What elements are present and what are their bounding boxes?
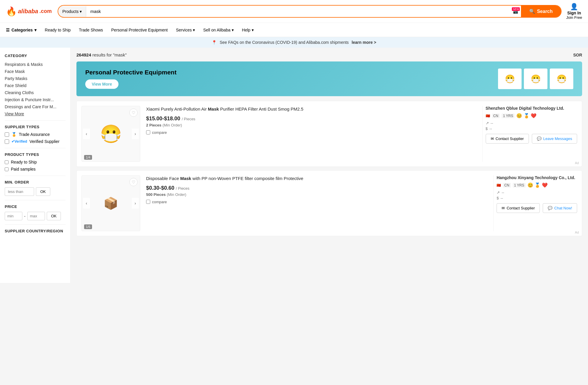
price-ok-button[interactable]: OK — [47, 212, 61, 220]
price-value: $15.00-$18.00 — [146, 116, 180, 121]
leave-message-button[interactable]: 💬 Leave Messages — [532, 134, 577, 144]
compare-checkbox[interactable] — [146, 130, 150, 134]
covid-banner: 📍 See FAQs on the Coronavirus (COVID-19)… — [0, 37, 588, 48]
share-icon: ↗ — [486, 121, 489, 125]
price-max-input[interactable] — [27, 212, 45, 220]
price-row: - OK — [5, 212, 66, 220]
learn-more-link[interactable]: learn more > — [352, 40, 376, 45]
image-prev-button[interactable]: ‹ — [83, 129, 90, 139]
verified-supplier-checkbox[interactable] — [5, 139, 9, 144]
supplier-stat2: $ -- — [497, 196, 577, 200]
wishlist-button[interactable]: ♡ — [129, 178, 138, 186]
sidebar-item-face-mask[interactable]: Face Mask — [5, 68, 66, 75]
wishlist-button[interactable]: ♡ — [129, 109, 138, 117]
compare-row: compare — [146, 200, 487, 204]
supplier-stat1: ↗ -- — [497, 190, 577, 195]
image-prev-button[interactable]: ‹ — [83, 198, 90, 209]
ready-to-ship-checkbox[interactable] — [5, 160, 9, 164]
price-title: Price — [5, 204, 66, 209]
logo-text: alibaba — [18, 8, 38, 15]
supplier-name[interactable]: Shenzhen Qblue Digital Technology Ltd. — [486, 106, 577, 111]
ppe-image-2: 😷 — [524, 69, 547, 89]
covid-text: See FAQs on the Coronavirus (COVID-19) a… — [220, 40, 349, 45]
product-supplier: Hangzhou Xinyang Technology Co., Ltd. 🇨🇳… — [493, 175, 577, 231]
paid-samples-label: Paid samples — [11, 167, 36, 171]
nav-help[interactable]: Help ▾ — [242, 24, 254, 36]
sidebar-item-injection[interactable]: Injection & Puncture Instr... — [5, 96, 66, 103]
sort-label[interactable]: SOR — [573, 53, 582, 57]
auth-section[interactable]: 👤 Sign In Join Free — [566, 3, 582, 20]
ppe-images: 😷 😷 😷 — [498, 69, 573, 89]
image-next-button[interactable]: › — [132, 129, 139, 139]
paid-samples-checkbox[interactable] — [5, 167, 9, 171]
sidebar-item-cleaning-cloths[interactable]: Cleaning Cloths — [5, 89, 66, 96]
search-bar: Products ▾ 📷 NEW 🔍 Search — [58, 5, 562, 18]
chevron-down-icon: ▾ — [34, 28, 36, 32]
main-layout: CATEGORY Respirators & Masks Face Mask P… — [0, 48, 588, 283]
product-image-area: ‹ 📦 › 1/6 ♡ — [81, 175, 140, 231]
search-category-dropdown[interactable]: Products ▾ — [58, 6, 86, 17]
nav-sell[interactable]: Sell on Alibaba ▾ — [203, 24, 234, 36]
contact-btn-label: Contact Supplier — [507, 206, 535, 210]
search-input[interactable] — [86, 6, 510, 17]
trade-assurance-checkbox[interactable] — [5, 132, 9, 137]
nav-bar: ☰ Categories ▾ Ready to Ship Trade Shows… — [0, 23, 588, 37]
nav-ready-to-ship[interactable]: Ready to Ship — [45, 24, 71, 36]
search-button[interactable]: 🔍 Search — [521, 6, 561, 17]
moq-label: (Min Order) — [163, 123, 182, 127]
nav-ppe[interactable]: Personal Protective Equipment — [111, 24, 168, 36]
nav-categories[interactable]: ☰ Categories ▾ — [6, 24, 36, 36]
share-icon: ↗ — [497, 190, 500, 195]
search-btn-label: Search — [537, 9, 552, 14]
sidebar-item-respirators[interactable]: Respirators & Masks — [5, 61, 66, 68]
supplier-stat1: ↗ -- — [486, 121, 577, 125]
min-order-row: OK — [5, 187, 66, 196]
supplier-name[interactable]: Hangzhou Xinyang Technology Co., Ltd. — [497, 175, 577, 180]
hamburger-icon: ☰ — [6, 28, 10, 32]
price-value: $0.30-$0.60 — [146, 185, 174, 191]
sidebar-item-face-shield[interactable]: Face Shield — [5, 82, 66, 89]
contact-supplier-button[interactable]: ✉ Contact Supplier — [497, 203, 540, 213]
min-order-input[interactable] — [5, 187, 34, 196]
price-unit: / Pieces — [176, 186, 189, 191]
price-unit: / Pieces — [182, 117, 195, 121]
product-image-area: ‹ 😷 › 1/4 ♡ — [81, 106, 140, 162]
compare-checkbox[interactable] — [146, 200, 150, 204]
category-view-more[interactable]: View More — [5, 111, 66, 116]
product-title[interactable]: Xiaomi Purely Anti-Pollution Air Mask Pu… — [146, 106, 477, 113]
nav-services[interactable]: Services ▾ — [176, 24, 195, 36]
product-price: $0.30-$0.60 / Pieces — [146, 185, 487, 191]
nav-services-label: Services — [176, 28, 192, 32]
nav-trade-shows[interactable]: Trade Shows — [79, 24, 103, 36]
image-counter: 1/6 — [84, 224, 92, 229]
stat2-value: -- — [500, 196, 503, 200]
stat2-value: -- — [490, 126, 492, 131]
price-min-input[interactable] — [5, 212, 22, 220]
product-title[interactable]: Disposable Face Mask with PP non-Woven P… — [146, 175, 487, 182]
product-info: Xiaomi Purely Anti-Pollution Air Mask Pu… — [140, 106, 482, 162]
dollar-icon: $ — [497, 196, 499, 200]
ppe-banner: Personal Protective Equipment View More … — [76, 61, 582, 96]
logo: 🔥 alibaba .com — [6, 6, 53, 16]
min-order-ok-button[interactable]: OK — [36, 187, 50, 196]
envelope-icon: ✉ — [491, 136, 494, 141]
supplier-country: CN — [492, 114, 500, 118]
results-text: results for "mask" — [92, 52, 127, 57]
contact-supplier-button[interactable]: ✉ Contact Supplier — [486, 134, 529, 144]
header: 🔥 alibaba .com Products ▾ 📷 NEW 🔍 Search… — [0, 0, 588, 23]
product-actions: ✉ Contact Supplier 💬 Chat Now! — [497, 203, 577, 213]
image-next-button[interactable]: › — [132, 198, 139, 209]
search-icon: 🔍 — [529, 9, 535, 14]
compare-label: compare — [152, 130, 167, 135]
search-category-label: Products — [62, 9, 78, 14]
trade-assurance-label: Trade Assurance — [19, 132, 50, 137]
sidebar-item-party-masks[interactable]: Party Masks — [5, 75, 66, 82]
supplier-meta: 🇨🇳 CN 1 YRS 😊 🏅 ❤️ — [497, 182, 577, 188]
camera-button[interactable]: 📷 NEW — [510, 7, 521, 16]
chat-icon: 💬 — [537, 136, 542, 141]
compare-row: compare — [146, 130, 477, 135]
sidebar-item-dressings[interactable]: Dressings and Care For M... — [5, 103, 66, 110]
chat-now-button[interactable]: 💬 Chat Now! — [543, 203, 577, 213]
supplier-ratings: 😊 🏅 ❤️ — [527, 182, 548, 188]
ppe-view-more-button[interactable]: View More — [85, 79, 118, 89]
